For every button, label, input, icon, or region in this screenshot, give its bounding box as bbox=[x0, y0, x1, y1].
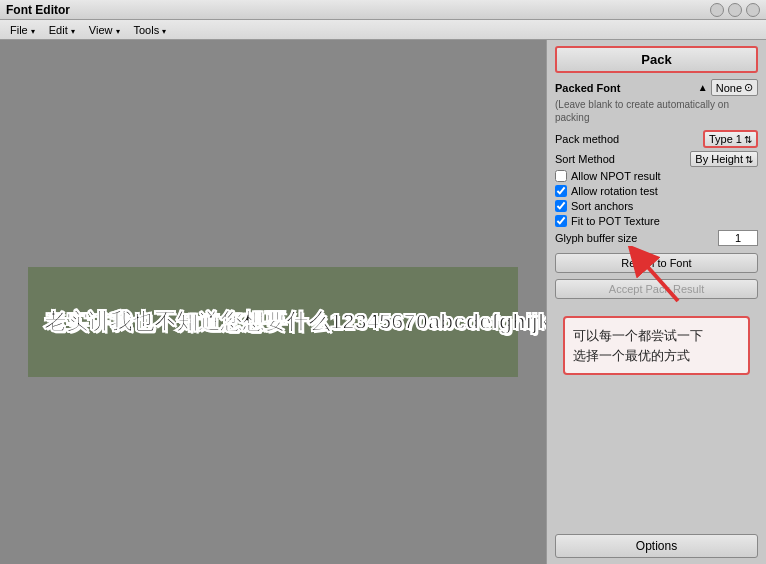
pack-method-row: Pack method Type 1 ⇅ bbox=[555, 130, 758, 148]
sort-anchors-row: Sort anchors bbox=[555, 200, 758, 212]
glyph-buffer-input[interactable] bbox=[718, 230, 758, 246]
title-bar: Font Editor bbox=[0, 0, 766, 20]
menu-view[interactable]: View ▾ bbox=[83, 22, 126, 38]
triangle-icon: ▲ bbox=[698, 82, 708, 93]
left-panel: 老实讲我也不知道您想要什么12345670abcdefghijklmn bbox=[0, 40, 546, 564]
right-panel: Pack Packed Font ▲ None ⊙ (Leave blank t… bbox=[546, 40, 766, 564]
packed-font-label: Packed Font bbox=[555, 82, 620, 94]
allow-rotation-row: Allow rotation test bbox=[555, 185, 758, 197]
sort-anchors-checkbox[interactable] bbox=[555, 200, 567, 212]
menu-bar: File ▾ Edit ▾ View ▾ Tools ▾ bbox=[0, 20, 766, 40]
maximize-button[interactable] bbox=[728, 3, 742, 17]
info-text: (Leave blank to create automatically on … bbox=[555, 98, 758, 124]
main-layout: 老实讲我也不知道您想要什么12345670abcdefghijklmn Pack… bbox=[0, 40, 766, 564]
pack-method-label: Pack method bbox=[555, 133, 619, 145]
glyph-buffer-label: Glyph buffer size bbox=[555, 232, 637, 244]
sort-method-dropdown[interactable]: By Height ⇅ bbox=[690, 151, 758, 167]
sort-method-row: Sort Method By Height ⇅ bbox=[555, 151, 758, 167]
file-arrow-icon: ▾ bbox=[31, 27, 35, 36]
packed-font-row: Packed Font ▲ None ⊙ bbox=[555, 79, 758, 96]
pack-method-dropdown[interactable]: Type 1 ⇅ bbox=[703, 130, 758, 148]
sort-method-value: By Height bbox=[695, 153, 743, 165]
allow-npot-checkbox[interactable] bbox=[555, 170, 567, 182]
allow-rotation-checkbox[interactable] bbox=[555, 185, 567, 197]
annotation-container: 可以每一个都尝试一下 选择一个最优的方式 bbox=[555, 308, 758, 383]
sort-method-arrow-icon: ⇅ bbox=[745, 154, 753, 165]
window-controls bbox=[710, 3, 760, 17]
allow-npot-row: Allow NPOT result bbox=[555, 170, 758, 182]
canvas-text: 老实讲我也不知道您想要什么12345670abcdefghijklmn bbox=[44, 307, 546, 337]
packed-font-value: None bbox=[716, 82, 742, 94]
view-arrow-icon: ▾ bbox=[116, 27, 120, 36]
dropdown-arrow-icon: ⊙ bbox=[744, 81, 753, 94]
tools-arrow-icon: ▾ bbox=[162, 27, 166, 36]
return-to-font-button[interactable]: Return to Font bbox=[555, 253, 758, 273]
sort-anchors-label: Sort anchors bbox=[571, 200, 633, 212]
app-title: Font Editor bbox=[6, 3, 70, 17]
packed-font-dropdown[interactable]: None ⊙ bbox=[711, 79, 758, 96]
canvas-area: 老实讲我也不知道您想要什么12345670abcdefghijklmn bbox=[28, 267, 518, 377]
settings-section: Packed Font ▲ None ⊙ (Leave blank to cre… bbox=[547, 79, 766, 250]
menu-tools[interactable]: Tools ▾ bbox=[128, 22, 173, 38]
annotation-text: 可以每一个都尝试一下 选择一个最优的方式 bbox=[573, 326, 740, 365]
options-button[interactable]: Options bbox=[555, 534, 758, 558]
sort-method-label: Sort Method bbox=[555, 153, 615, 165]
annotation-box: 可以每一个都尝试一下 选择一个最优的方式 bbox=[563, 316, 750, 375]
pack-button[interactable]: Pack bbox=[555, 46, 758, 73]
close-button[interactable] bbox=[746, 3, 760, 17]
glyph-buffer-row: Glyph buffer size bbox=[555, 230, 758, 246]
packed-font-control: ▲ None ⊙ bbox=[698, 79, 758, 96]
accept-pack-button[interactable]: Accept Pack Result bbox=[555, 279, 758, 299]
allow-rotation-label: Allow rotation test bbox=[571, 185, 658, 197]
pack-method-arrow-icon: ⇅ bbox=[744, 134, 752, 145]
bottom-section: Options bbox=[547, 383, 766, 564]
allow-npot-label: Allow NPOT result bbox=[571, 170, 661, 182]
minimize-button[interactable] bbox=[710, 3, 724, 17]
fit-pot-checkbox[interactable] bbox=[555, 215, 567, 227]
fit-pot-row: Fit to POT Texture bbox=[555, 215, 758, 227]
menu-edit[interactable]: Edit ▾ bbox=[43, 22, 81, 38]
edit-arrow-icon: ▾ bbox=[71, 27, 75, 36]
menu-file[interactable]: File ▾ bbox=[4, 22, 41, 38]
fit-pot-label: Fit to POT Texture bbox=[571, 215, 660, 227]
pack-method-value: Type 1 bbox=[709, 133, 742, 145]
